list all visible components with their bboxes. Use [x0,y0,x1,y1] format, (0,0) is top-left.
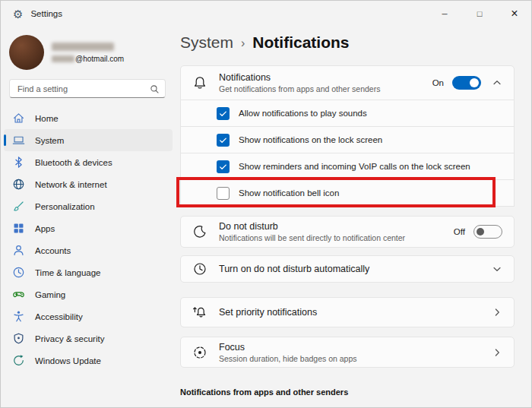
option-row-bell-icon: Show notification bell icon [180,180,515,207]
dnd-title: Do not disturb [219,221,454,232]
sidebar-nav: Home System Bluetooth & devices Network … [0,107,176,372]
chevron-down-icon [492,264,502,274]
focus-icon [192,345,207,360]
moon-icon [192,224,207,239]
bell-icon [192,75,207,90]
notifications-toggle[interactable] [452,76,481,90]
notifications-expander: Notifications Get notifications from app… [180,65,515,207]
sidebar-item-privacy[interactable]: Privacy & security [4,327,173,349]
option-row-play-sounds: Allow notifications to play sounds [180,100,515,127]
user-email: @hotmail.com [75,55,124,63]
option-row-lock-screen: Show notifications on the lock screen [180,127,515,153]
sidebar-item-accounts[interactable]: Accounts [4,239,173,261]
checkbox-reminders-voip[interactable] [217,160,230,173]
maximize-button[interactable]: □ [462,0,497,27]
sidebar-item-home[interactable]: Home [4,107,173,129]
paintbrush-icon [12,200,25,213]
gamepad-icon [12,288,25,301]
sidebar-item-accessibility[interactable]: Accessibility [4,305,173,327]
search-box [9,79,166,98]
dnd-auto-title: Turn on do not disturb automatically [219,264,481,274]
titlebar: ⚙ Settings ─ □ × [0,0,532,27]
sidebar-item-personalization[interactable]: Personalization [4,195,173,217]
sidebar-item-time-language[interactable]: Time & language [4,261,173,283]
notifications-header[interactable]: Notifications Get notifications from app… [180,65,515,100]
search-input[interactable] [9,79,166,98]
dnd-toggle-label: Off [454,227,465,236]
breadcrumb-separator: › [241,36,245,50]
breadcrumb: System › Notifications [180,33,515,52]
window-controls: ─ □ × [427,0,532,27]
notifications-subtitle: Get notifications from apps and other se… [219,84,432,93]
breadcrumb-system[interactable]: System [180,33,233,52]
apps-grid-icon [12,222,25,235]
home-icon [12,112,25,125]
chevron-right-icon [492,347,502,358]
search-icon [150,84,160,97]
app-title: Settings [30,9,62,18]
dnd-subtitle: Notifications will be sent directly to n… [219,233,454,242]
avatar [9,35,44,70]
person-icon [12,244,25,257]
focus-title: Focus [219,342,481,353]
sidebar-item-apps[interactable]: Apps [4,217,173,239]
option-row-reminders-voip: Show reminders and incoming VoIP calls o… [180,153,515,180]
user-email-redacted [52,55,74,62]
globe-icon [12,178,25,191]
section-header-apps-senders: Notifications from apps and other sender… [180,387,515,397]
main-content: System › Notifications Notifications Get… [176,27,532,408]
sidebar-item-bluetooth[interactable]: Bluetooth & devices [4,151,173,173]
sidebar-item-gaming[interactable]: Gaming [4,283,173,305]
accessibility-icon [12,310,25,323]
settings-gear-icon: ⚙ [13,8,23,20]
dnd-auto-card[interactable]: Turn on do not disturb automatically [180,255,515,283]
priority-card[interactable]: Set priority notifications [180,297,515,327]
minimize-button[interactable]: ─ [427,0,462,27]
checkbox-show-bell-icon[interactable] [217,187,230,200]
sidebar: @hotmail.com Home System [0,27,176,408]
shield-icon [12,332,25,345]
user-name-redacted [52,43,114,51]
sidebar-item-system[interactable]: System [4,129,173,151]
dnd-card: Do not disturb Notifications will be sen… [180,216,515,248]
dnd-toggle[interactable] [473,225,502,239]
chevron-right-icon [492,307,502,318]
chevron-up-icon [492,77,502,88]
priority-bell-icon [192,305,207,320]
system-icon [12,134,25,147]
notifications-title: Notifications [219,72,432,83]
settings-window: ⚙ Settings ─ □ × @hotmail.com [0,0,532,408]
focus-subtitle: Session duration, hide badges on apps [219,354,481,363]
clock-auto-icon [192,261,207,277]
clock-icon [12,266,25,279]
bluetooth-icon [12,156,25,169]
update-arrows-icon [12,354,25,367]
page-title: Notifications [252,33,349,52]
sidebar-item-windows-update[interactable]: Windows Update [4,349,173,372]
sidebar-item-network[interactable]: Network & internet [4,173,173,195]
notifications-toggle-label: On [432,78,444,87]
checkbox-lock-screen[interactable] [217,134,230,147]
checkbox-play-sounds[interactable] [217,107,230,120]
priority-title: Set priority notifications [219,307,481,318]
user-profile[interactable]: @hotmail.com [9,35,176,70]
close-button[interactable]: × [497,0,532,27]
focus-card[interactable]: Focus Session duration, hide badges on a… [180,337,515,368]
